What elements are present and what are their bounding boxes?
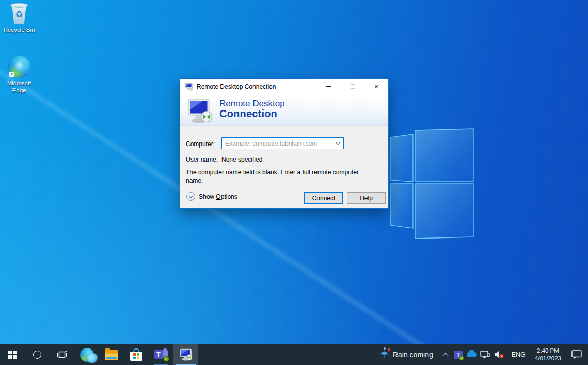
- search-icon: [33, 351, 41, 359]
- volume-muted-icon: [494, 351, 504, 359]
- chevron-down-icon: [335, 140, 340, 145]
- help-button[interactable]: Help: [347, 192, 386, 204]
- language-indicator[interactable]: ENG: [506, 344, 531, 365]
- dialog-brand-text: Remote Desktop Connection: [219, 99, 285, 119]
- onedrive-cloud-icon: [467, 352, 477, 357]
- taskbar-edge-button[interactable]: [74, 344, 99, 365]
- window-title: Remote Desktop Connection: [197, 83, 276, 90]
- computer-input[interactable]: [222, 140, 332, 147]
- username-value: None specified: [221, 156, 262, 163]
- taskbar-teams-button[interactable]: T ✓: [149, 344, 173, 365]
- dialog-body: Computer: User name: None specified The …: [180, 126, 388, 208]
- taskbar-remote-desktop-button[interactable]: [173, 344, 198, 365]
- search-button[interactable]: [25, 344, 50, 365]
- close-button[interactable]: ×: [364, 79, 388, 94]
- weather-widget[interactable]: ☂ Rain coming: [374, 344, 439, 365]
- microsoft-store-icon: [130, 348, 142, 361]
- show-options-button[interactable]: Show Options: [186, 192, 237, 201]
- umbrella-weather-icon: ☂: [380, 350, 389, 360]
- desktop-icon-microsoft-edge[interactable]: ↗ Microsoft Edge: [0, 56, 38, 94]
- clock-date: 4/01/2023: [535, 355, 561, 362]
- taskbar-clock[interactable]: 2:40 PM 4/01/2023: [531, 344, 565, 365]
- shortcut-arrow-icon: ↗: [9, 72, 14, 77]
- action-center-icon: [571, 350, 582, 359]
- task-view-button[interactable]: [50, 344, 74, 365]
- weather-text: Rain coming: [393, 351, 433, 359]
- dialog-header-banner: Remote Desktop Connection: [180, 94, 388, 126]
- connect-button[interactable]: Connect: [304, 192, 343, 204]
- network-tray-button[interactable]: [479, 344, 492, 365]
- brand-line1: Remote Desktop: [219, 99, 285, 108]
- edge-icon: [80, 348, 94, 362]
- rdc-window-icon: [185, 83, 194, 91]
- remote-desktop-icon: [179, 348, 193, 361]
- clock-time: 2:40 PM: [537, 347, 559, 355]
- recycle-bin-icon: ♻: [10, 3, 28, 25]
- combobox-dropdown-button[interactable]: [332, 138, 343, 149]
- show-hidden-icons-button[interactable]: [439, 344, 452, 365]
- task-view-icon: [57, 351, 67, 359]
- recycle-symbol-icon: ♻: [10, 9, 28, 20]
- edge-icon: ↗: [8, 56, 30, 78]
- remote-desktop-connection-window: Remote Desktop Connection × Remote Deskt…: [180, 78, 389, 209]
- volume-tray-button[interactable]: [492, 344, 506, 365]
- maximize-button: [341, 79, 364, 94]
- computer-label: Computer:: [186, 140, 215, 148]
- action-center-button[interactable]: [565, 344, 588, 365]
- rdc-logo-icon: [187, 98, 213, 124]
- file-explorer-icon: [105, 350, 118, 360]
- window-titlebar[interactable]: Remote Desktop Connection ×: [180, 79, 388, 94]
- start-button[interactable]: [0, 344, 25, 365]
- tray-teams-icon-button[interactable]: T ✓: [452, 344, 465, 365]
- show-options-label: Show Options: [199, 193, 237, 200]
- onedrive-tray-button[interactable]: [465, 344, 479, 365]
- brand-line2: Connection: [219, 108, 285, 119]
- computer-combobox: [221, 137, 344, 149]
- minimize-button[interactable]: [317, 79, 341, 94]
- taskbar-store-button[interactable]: [124, 344, 149, 365]
- info-text: The computer name field is blank. Enter …: [186, 168, 359, 185]
- windows-start-icon: [8, 351, 17, 359]
- taskbar: T ✓ ☂ Rain coming T ✓: [0, 344, 588, 365]
- check-badge-icon: ✓: [163, 356, 169, 362]
- windows-logo-wallpaper: [386, 126, 476, 242]
- teams-icon: T ✓: [454, 351, 463, 359]
- teams-icon: T ✓: [154, 348, 168, 361]
- desktop-icon-label: Recycle Bin: [0, 26, 38, 34]
- network-icon: [480, 351, 490, 359]
- username-label: User name:: [186, 156, 218, 163]
- options-chevron-icon: [186, 192, 195, 201]
- check-badge-icon: ✓: [459, 356, 464, 361]
- chevron-up-icon: [442, 353, 448, 358]
- taskbar-file-explorer-button[interactable]: [99, 344, 124, 365]
- desktop-icon-recycle-bin[interactable]: ♻ Recycle Bin: [0, 3, 38, 34]
- desktop-icon-label: Microsoft Edge: [3, 80, 35, 94]
